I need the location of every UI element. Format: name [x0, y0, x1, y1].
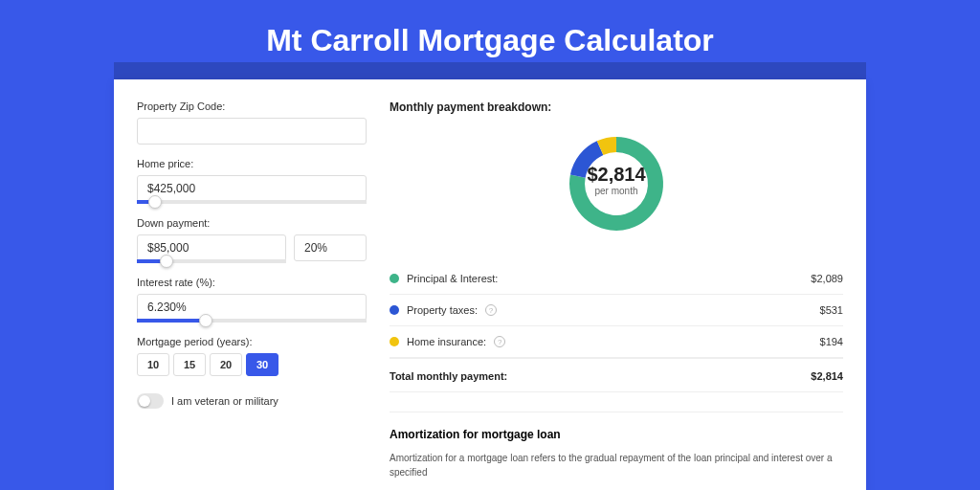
line-taxes-value: $531 — [820, 304, 843, 316]
dot-yellow-icon — [390, 337, 399, 346]
period-btn-20[interactable]: 20 — [210, 353, 242, 376]
price-slider[interactable] — [137, 200, 367, 204]
dot-green-icon — [390, 274, 399, 283]
rate-input[interactable] — [137, 294, 367, 321]
form-column: Property Zip Code: Home price: Down paym… — [137, 100, 367, 479]
line-taxes-label: Property taxes: — [407, 304, 478, 316]
zip-field: Property Zip Code: — [137, 100, 367, 145]
info-icon[interactable]: ? — [485, 304, 497, 316]
line-insurance-value: $194 — [820, 336, 843, 347]
breakdown-title: Monthly payment breakdown: — [390, 100, 843, 114]
line-principal-label: Principal & Interest: — [407, 273, 498, 284]
line-total-label: Total monthly payment: — [390, 370, 507, 382]
zip-input[interactable] — [137, 118, 367, 145]
price-field: Home price: — [137, 158, 367, 204]
rate-field: Interest rate (%): — [137, 277, 367, 323]
period-label: Mortgage period (years): — [137, 336, 367, 347]
line-taxes: Property taxes: ? $531 — [390, 295, 843, 326]
veteran-toggle[interactable] — [137, 393, 164, 409]
veteran-row: I am veteran or military — [137, 393, 367, 409]
price-input[interactable] — [137, 175, 367, 202]
amortization-text: Amortization for a mortgage loan refers … — [390, 451, 843, 479]
header-stripe — [114, 62, 866, 79]
down-slider-thumb[interactable] — [160, 255, 173, 268]
amortization-title: Amortization for mortgage loan — [390, 428, 843, 441]
period-btn-30[interactable]: 30 — [246, 353, 278, 376]
period-btn-10[interactable]: 10 — [137, 353, 169, 376]
zip-label: Property Zip Code: — [137, 100, 367, 112]
price-label: Home price: — [137, 158, 367, 169]
amortization-section: Amortization for mortgage loan Amortizat… — [390, 412, 843, 479]
donut-subtext: per month — [583, 186, 650, 196]
rate-slider[interactable] — [137, 319, 367, 323]
price-slider-thumb[interactable] — [148, 195, 162, 209]
calculator-card: Property Zip Code: Home price: Down paym… — [114, 79, 866, 490]
rate-slider-thumb[interactable] — [199, 314, 212, 327]
dot-blue-icon — [390, 305, 399, 315]
down-amount-input[interactable] — [137, 234, 286, 261]
down-pct-input[interactable] — [294, 234, 367, 261]
line-insurance-label: Home insurance: — [407, 336, 486, 347]
down-label: Down payment: — [137, 217, 367, 229]
line-insurance: Home insurance: ? $194 — [390, 326, 843, 358]
line-total: Total monthly payment: $2,814 — [390, 358, 843, 392]
period-field: Mortgage period (years): 10 15 20 30 — [137, 336, 367, 376]
veteran-label: I am veteran or military — [171, 395, 278, 407]
info-icon[interactable]: ? — [494, 336, 505, 347]
breakdown-column: Monthly payment breakdown: $2,814 — [390, 100, 843, 479]
line-total-value: $2,814 — [811, 370, 843, 382]
donut-amount: $2,814 — [583, 164, 650, 186]
down-slider[interactable] — [137, 259, 286, 263]
period-btn-15[interactable]: 15 — [173, 353, 206, 376]
line-principal-value: $2,089 — [811, 273, 843, 284]
down-field: Down payment: — [137, 217, 367, 263]
donut-chart: $2,814 per month — [390, 123, 843, 244]
period-buttons: 10 15 20 30 — [137, 353, 367, 376]
rate-label: Interest rate (%): — [137, 277, 367, 288]
line-principal: Principal & Interest: $2,089 — [390, 263, 843, 295]
